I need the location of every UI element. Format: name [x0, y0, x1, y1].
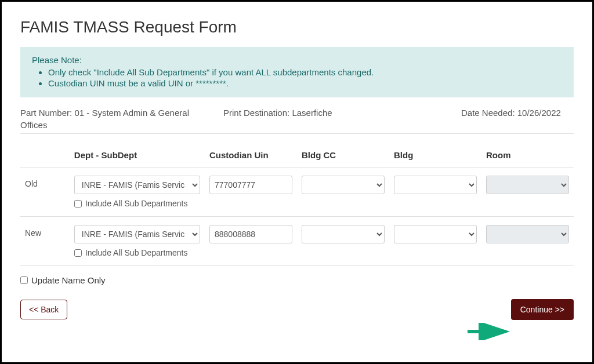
note-box: Please Note: Only check "Include All Sub… — [20, 47, 574, 97]
col-uin: Custodian Uin — [205, 144, 297, 168]
new-room-select[interactable] — [486, 225, 569, 243]
new-include-sub-checkbox[interactable] — [74, 249, 82, 257]
part-number-line2: Offices — [20, 120, 574, 130]
new-bldgcc-select[interactable] — [302, 225, 385, 243]
part-number-value: 01 - System Admin & General — [74, 108, 189, 118]
old-room-select[interactable] — [486, 176, 569, 194]
col-dept: Dept - SubDept — [70, 144, 205, 168]
continue-button[interactable]: Continue >> — [511, 299, 574, 320]
old-include-sub-checkbox[interactable] — [74, 200, 82, 208]
form-frame: FAMIS TMASS Request Form Please Note: On… — [0, 0, 594, 364]
new-include-sub-label: Include All Sub Departments — [85, 248, 188, 257]
back-button[interactable]: << Back — [20, 300, 67, 319]
old-uin-input[interactable] — [209, 176, 292, 194]
new-uin-input[interactable] — [209, 225, 292, 243]
table-row-old: Old INRE - FAMIS (Famis Servic Include A… — [20, 168, 574, 217]
meta-row: Part Number: 01 - System Admin & General… — [20, 108, 574, 134]
note-item-1: Only check "Include All Sub Departments"… — [48, 67, 562, 77]
update-name-only-checkbox[interactable] — [20, 276, 28, 284]
old-include-sub-label: Include All Sub Departments — [85, 199, 188, 208]
update-name-only-row: Update Name Only — [20, 275, 574, 285]
table-row-new: New INRE - FAMIS (Famis Servic Include A… — [20, 217, 574, 266]
date-needed-label: Date Needed: — [461, 108, 515, 118]
old-bldgcc-select[interactable] — [302, 176, 385, 194]
values-table: Dept - SubDept Custodian Uin Bldg CC Bld… — [20, 144, 574, 266]
row-label-new: New — [20, 217, 70, 266]
print-dest-value: Laserfiche — [292, 108, 332, 118]
annotation-arrow-icon — [465, 323, 517, 340]
old-bldg-select[interactable] — [394, 176, 477, 194]
old-dept-select[interactable]: INRE - FAMIS (Famis Servic — [74, 176, 200, 194]
note-heading: Please Note: — [32, 55, 562, 65]
date-needed-value: 10/26/2022 — [517, 108, 561, 118]
col-room: Room — [481, 144, 574, 168]
part-number-label: Part Number: — [20, 108, 72, 118]
note-item-2: Custodian UIN must be a valid UIN or ***… — [48, 78, 562, 88]
row-label-old: Old — [20, 168, 70, 217]
col-bldg: Bldg — [389, 144, 481, 168]
print-dest-label: Print Destination: — [223, 108, 289, 118]
new-bldg-select[interactable] — [394, 225, 477, 243]
button-row: << Back Continue >> — [20, 299, 574, 320]
page-title: FAMIS TMASS Request Form — [20, 18, 574, 37]
update-name-only-label: Update Name Only — [31, 275, 106, 285]
col-bldgcc: Bldg CC — [297, 144, 389, 168]
new-dept-select[interactable]: INRE - FAMIS (Famis Servic — [74, 225, 200, 243]
